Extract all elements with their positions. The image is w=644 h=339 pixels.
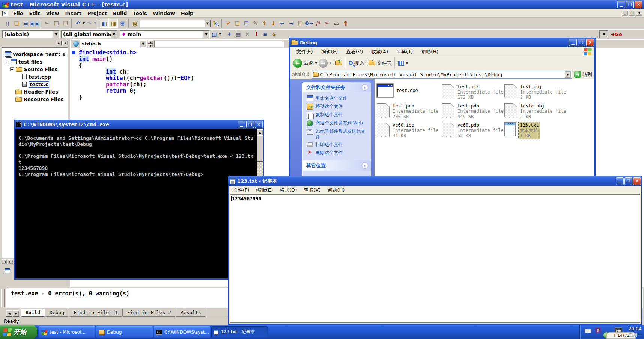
fileview-tab-icon[interactable] — [5, 268, 10, 273]
maximize-button[interactable]: ❐ — [626, 1, 634, 8]
file-tile[interactable]: test.exe — [377, 84, 442, 103]
key-up-icon[interactable]: ↑ — [260, 19, 269, 28]
back-dropdown[interactable]: ▼ — [315, 62, 317, 65]
vc6-menu-item[interactable]: Window — [150, 10, 178, 17]
workspace-toggle-button[interactable]: ◧ — [100, 19, 109, 28]
build-icon[interactable]: ▦ — [234, 30, 243, 39]
mdi-restore-button[interactable]: ❐ — [629, 11, 635, 16]
output-toggle-button[interactable]: ◨ — [109, 19, 118, 28]
panel-pin-button[interactable]: ▲ — [56, 41, 62, 45]
context-field[interactable] — [154, 41, 284, 47]
members-combo[interactable]: (All global members▼ — [61, 30, 117, 38]
output-grip[interactable] — [1, 289, 5, 307]
explorer-menu-item[interactable]: 编辑(E) — [317, 48, 342, 56]
compile-icon[interactable]: ✦ — [225, 30, 234, 39]
output-tab-build[interactable]: Build — [21, 309, 45, 317]
window-list-button[interactable]: ⊞ — [118, 19, 127, 28]
vc6-menu-item[interactable]: Tools — [130, 10, 150, 17]
minimize-button[interactable]: ▁ — [569, 39, 577, 46]
explorer-menu-item[interactable]: 文件(F) — [292, 48, 317, 56]
globals-combo[interactable]: (Globals)▼ — [2, 30, 60, 38]
task-link[interactable]: 将这个文件发布到 Web — [307, 120, 367, 126]
vc6-menu-item[interactable]: Help — [178, 10, 196, 17]
wizard-action-dropdown[interactable]: ▼ — [219, 33, 221, 36]
context-combo[interactable]: stdio.h▼ — [80, 40, 147, 48]
file-tile[interactable]: vc60.pdbIntermediate file52 KB — [442, 122, 504, 141]
mdi-minimize-button[interactable]: ▁ — [622, 11, 628, 16]
task-link[interactable]: 以电子邮件形式发送此文件 — [307, 129, 367, 140]
new-file-button[interactable]: ▯ — [3, 19, 12, 28]
forward-dropdown[interactable]: ▼ — [329, 62, 331, 65]
mdi-document-icon[interactable] — [2, 11, 8, 16]
notepad-menu-item[interactable]: 查看(V) — [300, 186, 324, 194]
key-down-icon[interactable]: ↓ — [269, 19, 278, 28]
views-dropdown[interactable]: ▼ — [406, 62, 408, 65]
breakpoint-hand-icon[interactable]: ◈ — [270, 30, 279, 39]
navigate-forward-icon[interactable]: → — [287, 19, 296, 28]
explorer-menu-item[interactable]: 帮助(H) — [417, 48, 442, 56]
output-tab-debug[interactable]: Debug — [45, 309, 69, 317]
task-link[interactable]: 打印这个文件 — [307, 142, 367, 148]
notepad-menu-item[interactable]: 文件(F) — [230, 186, 253, 194]
task-link[interactable]: 移动这个文件 — [307, 104, 367, 110]
scroll-up-button[interactable]: ▲ — [257, 129, 263, 135]
taskbar-button[interactable]: test - Microsof... — [39, 326, 95, 338]
spellcheck-icon[interactable]: ¶ — [341, 19, 350, 28]
views-icon[interactable] — [398, 61, 404, 66]
workspace-panel-grip[interactable]: ▲ ✕ — [2, 41, 68, 47]
notepad-menu-item[interactable]: 格式(O) — [276, 186, 300, 194]
vc6-menu-item[interactable]: Project — [84, 10, 110, 17]
minimize-button[interactable]: ▁ — [238, 121, 245, 128]
file-tile[interactable]: test.objIntermediate file2 KB — [504, 84, 579, 103]
build-list-icon[interactable]: ≡ — [261, 30, 270, 39]
navigate-back-icon[interactable]: ← — [278, 19, 287, 28]
mdi-close-button[interactable]: ✕ — [636, 11, 642, 16]
stop-build-icon[interactable]: ✖ — [243, 30, 252, 39]
help-tray-icon[interactable]: ? — [595, 328, 601, 333]
file-tasks-header[interactable]: 文件和文件夹任务 « — [302, 82, 371, 92]
back-button-label[interactable]: 后退 — [304, 60, 313, 67]
notepad-menu-item[interactable]: 帮助(H) — [324, 186, 348, 194]
redo-dropdown[interactable]: ▼ — [94, 22, 96, 25]
save-all-button[interactable]: ▣▣ — [30, 19, 39, 28]
close-button[interactable]: ✕ — [633, 177, 641, 185]
scroll-thumb[interactable] — [257, 135, 263, 162]
open-file-button[interactable]: ❏ — [12, 19, 21, 28]
vc6-menu-item[interactable]: File — [10, 10, 26, 17]
tab-scroll-left-button[interactable]: ◄ — [2, 259, 7, 264]
minimize-button[interactable]: ▁ — [616, 177, 624, 185]
redo-button[interactable]: ↷ — [85, 19, 94, 28]
output-tab-find-in-files-2[interactable]: Find in Files 2 — [122, 309, 176, 317]
folders-button-label[interactable]: 文件夹 — [377, 60, 391, 67]
search-help-button[interactable]: ? — [211, 19, 220, 28]
close-button[interactable]: ✕ — [255, 121, 263, 128]
undo-button[interactable]: ↶ — [74, 19, 83, 28]
file-tile[interactable]: test.pdbIntermediate file449 KB — [442, 103, 504, 122]
taskbar-clock[interactable]: 20:04 星期一 — [628, 326, 642, 337]
taskbar-button[interactable]: 123.txt - 记事本 — [211, 326, 268, 338]
copy-page-icon[interactable]: ❐ — [242, 19, 251, 28]
save-button[interactable]: ▣ — [21, 19, 30, 28]
start-button[interactable]: 开始 — [0, 325, 37, 339]
tabs-scroll-left-button[interactable]: ◄ — [6, 310, 12, 317]
tree-item-resource-files[interactable]: Resource Files — [15, 96, 64, 103]
function-combo[interactable]: ♦ main▼ — [120, 30, 210, 38]
output-tab-results[interactable]: Results — [176, 309, 206, 317]
open-folder-icon[interactable]: ❏ — [233, 19, 242, 28]
tab-scroll-right-button[interactable]: ► — [8, 259, 13, 264]
chevron-up-icon[interactable]: « — [362, 162, 368, 169]
find-combo[interactable]: ▼ — [140, 20, 211, 27]
folders-icon[interactable] — [369, 61, 375, 65]
insert-member-icon[interactable]: 0+ — [305, 19, 314, 28]
cmd-console[interactable]: C:\Documents and Settings\Administrator>… — [15, 129, 263, 278]
forward-button-icon[interactable]: → — [319, 59, 328, 68]
find-combo-arrow[interactable]: ▼ — [204, 20, 211, 27]
context-spinner[interactable]: ▲ ▼ — [148, 40, 153, 47]
go-button[interactable]: ➔ 转到 — [574, 71, 592, 78]
tree-item-project[interactable]: test files — [5, 58, 42, 65]
task-link[interactable]: 删除这个文件 — [307, 150, 367, 156]
tree-item-header-files[interactable]: Header Files — [15, 88, 58, 95]
back-button-icon[interactable]: ← — [293, 59, 302, 68]
vc6-menu-item[interactable]: View — [43, 10, 62, 17]
chevron-up-icon[interactable]: « — [362, 84, 368, 91]
